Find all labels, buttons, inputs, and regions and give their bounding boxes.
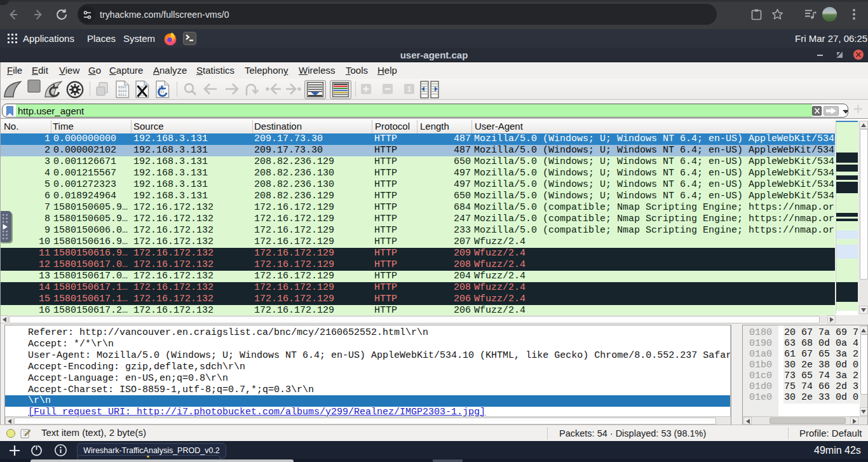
svg-text:1: 1 bbox=[407, 85, 411, 93]
svg-text:0111: 0111 bbox=[118, 93, 127, 97]
